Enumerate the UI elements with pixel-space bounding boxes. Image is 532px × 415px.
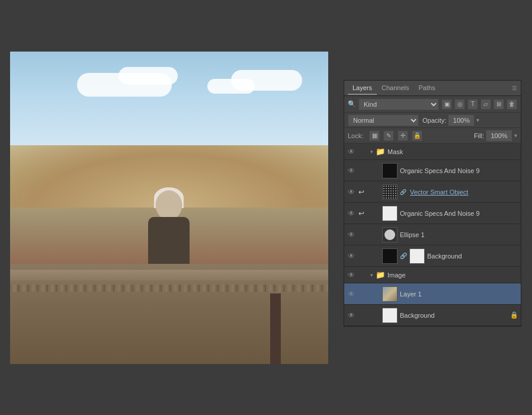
thumb-organic2 <box>382 206 398 221</box>
fill-input[interactable] <box>486 130 512 142</box>
visibility-bg-mask[interactable]: 👁 <box>347 252 356 260</box>
tab-layers[interactable]: Layers <box>348 82 377 95</box>
lock-image-btn[interactable]: ✎ <box>383 130 394 141</box>
person-head <box>156 190 182 220</box>
panel-menu-icon[interactable]: ☰ <box>512 85 517 91</box>
opacity-arrow[interactable]: ▾ <box>476 117 479 123</box>
icon-btn-type[interactable]: T <box>467 99 478 110</box>
tab-channels[interactable]: Channels <box>377 82 414 95</box>
group-row-image[interactable]: 👁 ▾ 📁 Image <box>344 267 521 283</box>
lock-all-btn[interactable]: 🔒 <box>412 130 422 141</box>
filter-icon: 🔍 <box>348 100 356 108</box>
opacity-label: Opacity: <box>422 117 446 124</box>
panels-area: Layers Channels Paths ☰ 🔍 Kind ▣ ◎ T ▱ ⊞… <box>338 0 532 415</box>
clouds <box>41 67 296 145</box>
opacity-control: Opacity: ▾ <box>422 114 479 126</box>
canvas-image <box>10 52 328 364</box>
layer-name-bg-image: Background <box>400 312 508 319</box>
icon-btn-shape[interactable]: ▱ <box>480 99 491 110</box>
opacity-input[interactable] <box>448 114 475 126</box>
panel-header: Layers Channels Paths ☰ <box>344 81 521 96</box>
layer-name-vector[interactable]: Vector Smart Object <box>410 189 518 196</box>
layer-row-vector[interactable]: 👁 ↩ 🔗 Vector Smart Object <box>344 181 521 203</box>
folder-icon-image: 📁 <box>376 270 385 279</box>
group-arrow-image[interactable]: ▾ <box>370 272 373 278</box>
panel-tabs: Layers Channels Paths <box>348 82 512 95</box>
group-row-mask[interactable]: 👁 ▾ 📁 Mask <box>344 143 521 160</box>
visibility-organic2[interactable]: 👁 <box>347 209 356 218</box>
bench-rail <box>10 270 328 280</box>
link-icon-vector: 🔗 <box>400 189 406 195</box>
canvas-area <box>0 0 338 415</box>
thumb-bg-mask-dark <box>382 248 398 264</box>
blend-row: Normal Opacity: ▾ <box>344 113 521 128</box>
layers-panel: Layers Channels Paths ☰ 🔍 Kind ▣ ◎ T ▱ ⊞… <box>344 80 521 327</box>
visibility-mask[interactable]: 👁 <box>347 148 356 156</box>
layer-row-layer1[interactable]: 👁 Layer 1 <box>344 283 521 305</box>
filter-row: 🔍 Kind ▣ ◎ T ▱ ⊞ 🗑 <box>344 96 521 113</box>
lock-row: Lock: ▦ ✎ ✛ 🔒 Fill: ▾ <box>344 128 521 143</box>
thumb-vector <box>382 184 398 200</box>
thumb-organic1 <box>382 163 398 178</box>
visibility-organic1[interactable]: 👁 <box>347 167 356 175</box>
folder-icon-mask: 📁 <box>376 147 385 156</box>
chain-icon-bg-mask: 🔗 <box>400 253 407 259</box>
group-name-image: Image <box>387 272 518 279</box>
fill-arrow[interactable]: ▾ <box>514 132 517 139</box>
cloud-4 <box>231 70 302 91</box>
cloud-2 <box>118 67 178 85</box>
lock-position-btn[interactable]: ✛ <box>398 130 408 141</box>
lock-label: Lock: <box>348 132 363 139</box>
group-arrow-mask[interactable]: ▾ <box>370 149 373 155</box>
layer-name-organic1: Organic Specs And Noise 9 <box>400 167 518 174</box>
thumb-bg-image <box>382 308 398 323</box>
visibility-image-group[interactable]: 👁 <box>347 271 356 279</box>
icon-btn-image[interactable]: ▣ <box>441 99 452 110</box>
layer-row-bg-image[interactable]: 👁 Background 🔒 <box>344 305 521 326</box>
filter-select[interactable]: Kind <box>358 98 439 110</box>
group-name-mask: Mask <box>387 148 518 155</box>
visibility-vector[interactable]: 👁 <box>347 188 356 196</box>
bench-post <box>270 293 281 363</box>
layer-name-organic2: Organic Specs And Noise 9 <box>400 210 518 217</box>
thumb-ellipse <box>382 227 398 242</box>
visibility-bg-image[interactable]: 👁 <box>347 311 356 320</box>
layer-row-ellipse[interactable]: 👁 Ellipse 1 <box>344 224 521 245</box>
icon-btn-adjust[interactable]: ◎ <box>454 99 465 110</box>
layers-list: 👁 ▾ 📁 Mask 👁 Organic Specs And Noise 9 👁 <box>344 143 521 326</box>
layer-row-organic2[interactable]: 👁 ↩ Organic Specs And Noise 9 <box>344 203 521 224</box>
icon-btn-delete[interactable]: 🗑 <box>507 99 517 110</box>
tab-paths[interactable]: Paths <box>414 82 440 95</box>
thumb-layer1 <box>382 286 398 302</box>
svg-point-0 <box>384 229 395 240</box>
lock-icon-bg: 🔒 <box>510 311 518 319</box>
blend-mode-select[interactable]: Normal <box>348 114 419 126</box>
layer-name-layer1: Layer 1 <box>400 290 518 298</box>
bench <box>10 264 328 364</box>
layer-row-organic1[interactable]: 👁 Organic Specs And Noise 9 <box>344 160 521 181</box>
bench-planks <box>10 285 328 292</box>
visibility-ellipse[interactable]: 👁 <box>347 231 356 239</box>
fill-label: Fill: <box>474 132 484 139</box>
layer-name-bg-mask: Background <box>427 253 518 260</box>
visibility-layer1[interactable]: 👁 <box>347 290 356 298</box>
lock-transparent-btn[interactable]: ▦ <box>369 130 380 141</box>
layer-name-ellipse: Ellipse 1 <box>400 231 518 238</box>
layer-row-bg-mask[interactable]: 👁 🔗 Background <box>344 245 521 267</box>
icon-btn-smart[interactable]: ⊞ <box>493 99 504 110</box>
fill-control: Fill: ▾ <box>474 130 517 142</box>
thumb-bg-mask-white <box>409 248 425 264</box>
